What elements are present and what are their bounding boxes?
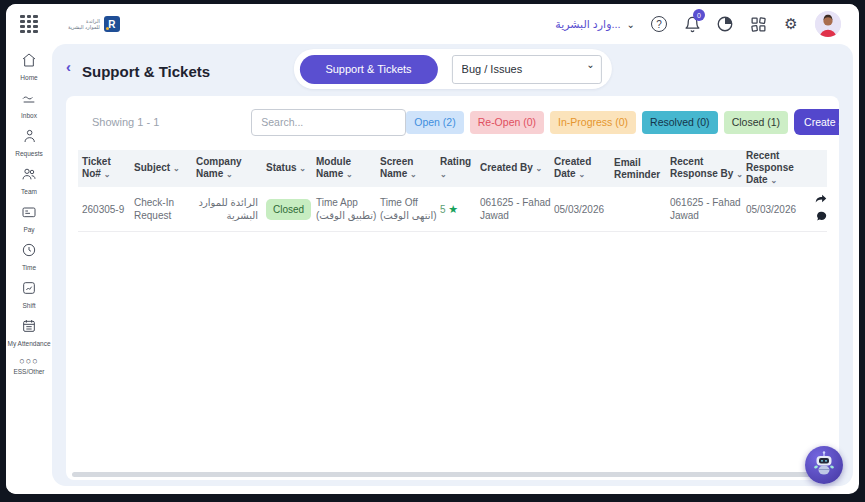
horizontal-scrollbar[interactable] [72, 472, 817, 477]
clock-icon [21, 242, 37, 262]
chatbot-button[interactable] [805, 446, 843, 484]
cell-rating: 5 ★ [440, 203, 478, 216]
sort-icon: ⌄ [346, 169, 353, 181]
org-switcher[interactable]: ...وارد البشرية ⌄ [555, 18, 635, 31]
sort-icon: ⌄ [226, 169, 233, 181]
col-rating[interactable]: Rating ⌄ [440, 156, 478, 181]
filter-open[interactable]: Open (2) [406, 111, 463, 134]
sidebar-item-inbox[interactable]: Inbox [6, 90, 52, 119]
cell-status: Closed [266, 199, 314, 220]
tickets-card: Showing 1 - 1 Open (2) Re-Open (0) In-Pr… [66, 96, 839, 480]
category-select[interactable]: Bug / Issues [452, 55, 602, 84]
cell-subject: Check-In Request [134, 196, 194, 222]
person-request-icon [21, 128, 37, 148]
company-logo: الرائدة للموارد البشرية R [68, 16, 120, 32]
sidebar-item-requests[interactable]: Requests [6, 128, 52, 157]
org-switcher-label: ...وارد البشرية [555, 18, 620, 31]
inbox-icon [21, 90, 37, 110]
cell-ticket-no: 260305-9 [82, 203, 132, 216]
sidebar-item-shift[interactable]: Shift [6, 280, 52, 309]
col-subject[interactable]: Subject ⌄ [134, 162, 194, 175]
logo-text: الرائدة للموارد البشرية [68, 18, 100, 30]
sort-icon: ⌄ [536, 163, 543, 175]
waffle-menu-icon[interactable] [20, 15, 38, 33]
notifications-bell-icon[interactable]: 0 [683, 15, 701, 33]
settings-gear-icon[interactable]: ⚙ [782, 15, 800, 33]
user-avatar[interactable] [815, 11, 841, 37]
col-status[interactable]: Status ⌄ [266, 162, 314, 175]
tickets-toolbar: Showing 1 - 1 Open (2) Re-Open (0) In-Pr… [80, 108, 827, 136]
filter-resolved[interactable]: Resolved (0) [642, 111, 718, 134]
team-icon [21, 166, 37, 186]
home-icon [21, 52, 37, 72]
col-email-reminder: Email Reminder [614, 157, 668, 181]
cell-company-name: الرائدة للموارد البشرية [196, 196, 264, 222]
help-icon[interactable]: ? [650, 15, 668, 33]
col-ticket-no[interactable]: Ticket No# ⌄ [82, 156, 132, 181]
cell-created-by: 061625 - Fahad Jawad [480, 196, 552, 222]
back-button[interactable]: ‹ [66, 58, 71, 75]
pay-card-icon [21, 204, 37, 224]
view-switcher: Support & Tickets Bug / Issues ⌄ [293, 49, 611, 89]
star-icon: ★ [448, 203, 458, 215]
cell-actions [810, 194, 832, 225]
filter-in-progress[interactable]: In-Progress (0) [550, 111, 636, 134]
filter-closed[interactable]: Closed (1) [724, 111, 788, 134]
col-company-name[interactable]: Company Name ⌄ [196, 156, 264, 181]
search-input[interactable] [251, 109, 406, 136]
cell-recent-response-date: 05/03/2026 [746, 203, 808, 216]
col-recent-response-date[interactable]: Recent Response Date ⌄ [746, 150, 808, 187]
sidebar-item-home[interactable]: Home [6, 52, 52, 81]
support-tickets-tab-button[interactable]: Support & Tickets [299, 55, 437, 84]
shift-chart-icon [21, 280, 37, 300]
theme-contrast-icon[interactable] [716, 15, 734, 33]
more-dots-icon: ○○○ [19, 356, 38, 366]
sidebar-item-ess-other[interactable]: ○○○ ESS/Other [6, 356, 52, 375]
col-created-by[interactable]: Created By ⌄ [480, 162, 552, 175]
sort-icon: ⌄ [578, 169, 585, 181]
topbar: الرائدة للموارد البشرية R ...وارد البشري… [6, 4, 859, 44]
sort-icon: ⌄ [104, 169, 111, 181]
forward-share-icon[interactable] [815, 194, 827, 208]
status-badge: Closed [266, 199, 311, 220]
filter-reopen[interactable]: Re-Open (0) [470, 111, 544, 134]
col-module-name[interactable]: Module Name ⌄ [316, 156, 378, 181]
sidebar: Home Inbox Requests Team Pay Time Shift [6, 44, 52, 494]
apps-grid-icon[interactable] [749, 15, 767, 33]
sort-icon: ⌄ [736, 169, 743, 181]
chat-comment-icon[interactable] [816, 211, 827, 225]
table-row[interactable]: 260305-9 Check-In Request الرائدة للموار… [78, 187, 827, 232]
sort-icon: ⌄ [173, 163, 180, 175]
cell-recent-response-by: 061625 - Fahad Jawad [670, 196, 744, 222]
sort-icon: ⌄ [410, 169, 417, 181]
col-recent-response-by[interactable]: Recent Response By ⌄ [670, 156, 744, 181]
table-header: Ticket No# ⌄ Subject ⌄ Company Name ⌄ St… [78, 150, 827, 187]
sidebar-item-team[interactable]: Team [6, 166, 52, 195]
sort-icon: ⌄ [440, 169, 447, 181]
sort-icon: ⌄ [770, 175, 777, 187]
page-title: Support & Tickets [82, 63, 210, 80]
app-window: الرائدة للموارد البشرية R ...وارد البشري… [6, 4, 859, 494]
col-screen-name[interactable]: Screen Name ⌄ [380, 156, 438, 181]
cell-created-date: 05/03/2026 [554, 203, 612, 216]
notification-count-badge: 0 [693, 9, 705, 21]
calendar-icon [21, 318, 37, 338]
col-created-date[interactable]: Created Date ⌄ [554, 156, 612, 181]
sidebar-item-my-attendance[interactable]: My Attendance [6, 318, 52, 347]
logo-mark-icon: R [104, 16, 120, 32]
sidebar-item-pay[interactable]: Pay [6, 204, 52, 233]
robot-icon [811, 450, 837, 480]
create-new-button[interactable]: Create a New [794, 109, 839, 135]
sidebar-item-time[interactable]: Time [6, 242, 52, 271]
sort-icon: ⌄ [299, 163, 306, 175]
main-panel: ‹ Support & Tickets Support & Tickets Bu… [52, 44, 853, 486]
showing-count: Showing 1 - 1 [92, 116, 159, 128]
chevron-down-icon: ⌄ [627, 19, 635, 30]
cell-screen-name: Time Off(انتهى الوقت) [380, 196, 438, 222]
cell-module-name: Time App(تطبيق الوقت) [316, 196, 378, 222]
